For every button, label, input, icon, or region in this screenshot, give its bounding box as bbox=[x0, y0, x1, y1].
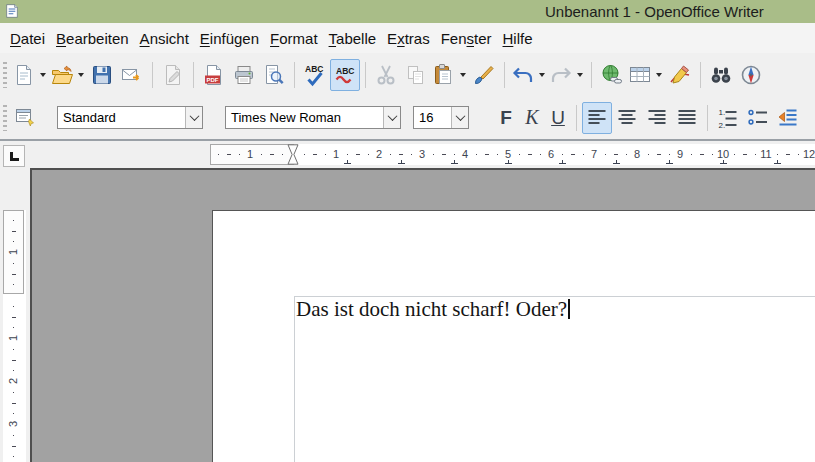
align-left-icon bbox=[585, 106, 609, 130]
ruler-number: 3 bbox=[419, 148, 425, 160]
dropdown-caret-icon[interactable] bbox=[78, 73, 84, 77]
font-size-value[interactable]: 16 bbox=[414, 107, 451, 128]
open-button[interactable] bbox=[49, 59, 87, 91]
bold-button[interactable]: F bbox=[493, 103, 519, 133]
svg-text:PDF: PDF bbox=[207, 76, 219, 82]
auto-spellcheck-button[interactable]: ABC bbox=[330, 59, 360, 91]
ruler-number: 6 bbox=[548, 148, 554, 160]
toolbar-grip[interactable] bbox=[3, 62, 7, 88]
email-button[interactable] bbox=[117, 59, 147, 91]
find-replace-button[interactable] bbox=[706, 59, 736, 91]
print-button[interactable] bbox=[229, 59, 259, 91]
indent-marker-icon[interactable] bbox=[286, 144, 300, 169]
paste-button[interactable] bbox=[431, 59, 469, 91]
document-area: 1123 Das ist doch nicht scharf! Oder? bbox=[0, 168, 815, 462]
tab-stop-marker bbox=[774, 160, 781, 164]
dropdown-caret-icon[interactable] bbox=[460, 73, 466, 77]
underline-button[interactable]: U bbox=[545, 103, 571, 133]
menu-item-extras[interactable]: Extras bbox=[382, 27, 435, 50]
menu-item-einfuegen[interactable]: Einfügen bbox=[195, 27, 264, 50]
save-icon bbox=[90, 63, 114, 87]
paragraph-style-value[interactable]: Standard bbox=[58, 107, 185, 128]
numbered-list-icon: 1.2. bbox=[716, 106, 740, 130]
bullet-list-button[interactable] bbox=[743, 102, 773, 134]
export-pdf-icon: PDF bbox=[202, 63, 226, 87]
standard-toolbar-items: PDFABCABC bbox=[11, 53, 766, 96]
menu-item-format[interactable]: Format bbox=[265, 27, 323, 50]
align-left-button[interactable] bbox=[582, 102, 612, 134]
tab-stop-marker bbox=[720, 160, 727, 164]
font-name-combobox[interactable]: Times New Roman bbox=[225, 106, 401, 129]
align-center-icon bbox=[615, 106, 639, 130]
svg-text:2.: 2. bbox=[719, 121, 726, 130]
paste-icon bbox=[432, 63, 456, 87]
undo-button[interactable] bbox=[510, 59, 548, 91]
ruler-number: 9 bbox=[677, 148, 683, 160]
menu-item-tabelle[interactable]: Tabelle bbox=[324, 27, 382, 50]
menu-item-fenster[interactable]: Fenster bbox=[436, 27, 497, 50]
tab-stop-marker bbox=[613, 160, 620, 164]
ruler-number: 1 bbox=[333, 148, 339, 160]
document-page[interactable]: Das ist doch nicht scharf! Oder? bbox=[212, 210, 815, 462]
align-right-button[interactable] bbox=[642, 102, 672, 134]
print-icon bbox=[232, 63, 256, 87]
dropdown-caret-icon[interactable] bbox=[577, 73, 583, 77]
dropdown-caret-icon[interactable] bbox=[539, 73, 545, 77]
styles-window-button[interactable] bbox=[11, 102, 41, 134]
draw-functions-button[interactable] bbox=[665, 59, 695, 91]
decrease-indent-button[interactable] bbox=[773, 102, 803, 134]
redo-button bbox=[548, 59, 586, 91]
save-button[interactable] bbox=[87, 59, 117, 91]
menu-item-ansicht[interactable]: Ansicht bbox=[135, 27, 194, 50]
hyperlink-button[interactable] bbox=[597, 59, 627, 91]
menu-item-datei[interactable]: Datei bbox=[5, 27, 50, 50]
toolbar-separator bbox=[504, 62, 505, 88]
toolbar-separator bbox=[152, 62, 153, 88]
align-center-button[interactable] bbox=[612, 102, 642, 134]
toolbar-separator bbox=[365, 62, 366, 88]
vertical-ruler[interactable]: 1123 bbox=[3, 210, 26, 462]
ruler-number: 8 bbox=[634, 148, 640, 160]
horizontal-ruler[interactable]: 1123456789101112 bbox=[210, 144, 815, 165]
numbered-list-button[interactable]: 1.2. bbox=[713, 102, 743, 134]
document-text-run[interactable]: Das ist doch nicht scharf! Oder? bbox=[296, 297, 567, 321]
new-document-button[interactable] bbox=[11, 59, 49, 91]
font-name-value[interactable]: Times New Roman bbox=[226, 107, 383, 128]
email-icon bbox=[120, 63, 144, 87]
menu-item-bearbeiten[interactable]: Bearbeiten bbox=[51, 27, 134, 50]
paragraph-style-combobox[interactable]: Standard bbox=[57, 106, 203, 129]
justify-button[interactable] bbox=[672, 102, 702, 134]
page-preview-button[interactable] bbox=[259, 59, 289, 91]
tab-stop-marker bbox=[505, 160, 512, 164]
italic-button[interactable]: K bbox=[519, 103, 545, 133]
justify-icon bbox=[675, 106, 699, 130]
spellcheck-button[interactable]: ABC bbox=[300, 59, 330, 91]
standard-toolbar: PDFABCABC bbox=[0, 53, 815, 96]
vertical-ruler-strip: 1123 bbox=[0, 168, 30, 462]
ruler-number: 10 bbox=[717, 148, 729, 160]
writer-app-icon[interactable] bbox=[4, 3, 20, 19]
export-pdf-button[interactable]: PDF bbox=[199, 59, 229, 91]
font-name-dropdown-button[interactable] bbox=[383, 107, 400, 128]
tab-stop-marker bbox=[398, 160, 405, 164]
hyperlink-icon bbox=[600, 63, 624, 87]
edit-file-icon bbox=[161, 63, 185, 87]
table-button[interactable] bbox=[627, 59, 665, 91]
dropdown-caret-icon[interactable] bbox=[40, 73, 46, 77]
toolbar-grip[interactable] bbox=[3, 105, 7, 131]
font-size-dropdown-button[interactable] bbox=[451, 107, 468, 128]
cut-icon bbox=[374, 63, 398, 87]
paragraph-style-dropdown-button[interactable] bbox=[185, 107, 202, 128]
format-paintbrush-icon bbox=[472, 63, 496, 87]
navigator-button[interactable] bbox=[736, 59, 766, 91]
ruler-number: 3 bbox=[7, 412, 19, 436]
tab-stop-type-selector[interactable] bbox=[3, 145, 25, 167]
dropdown-caret-icon[interactable] bbox=[656, 73, 662, 77]
chevron-down-icon bbox=[387, 111, 397, 121]
format-paintbrush-button[interactable] bbox=[469, 59, 499, 91]
menu-item-hilfe[interactable]: Hilfe bbox=[498, 27, 538, 50]
workspace-background[interactable]: Das ist doch nicht scharf! Oder? bbox=[30, 168, 815, 462]
font-size-combobox[interactable]: 16 bbox=[413, 106, 469, 129]
left-tab-icon bbox=[10, 152, 19, 161]
document-text[interactable]: Das ist doch nicht scharf! Oder? bbox=[296, 297, 570, 321]
